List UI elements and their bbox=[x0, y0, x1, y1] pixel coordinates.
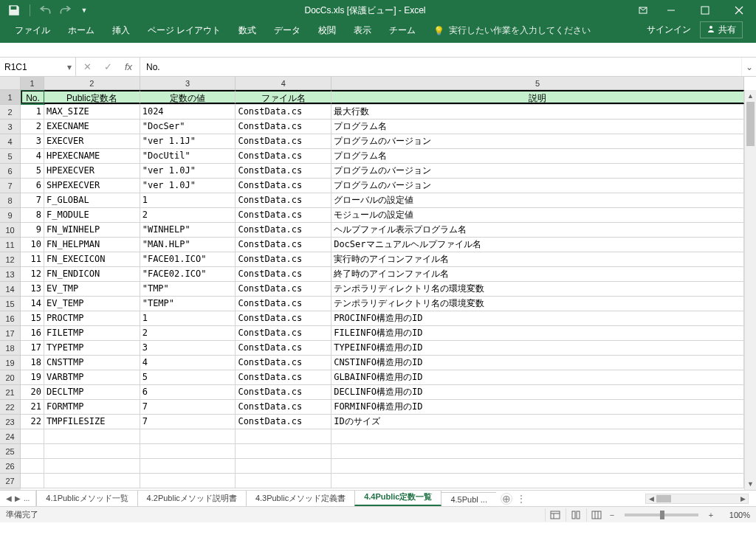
table-cell[interactable]: ConstData.cs bbox=[236, 134, 331, 148]
table-cell[interactable]: テンポラリディレクトリ名の環境変数 bbox=[331, 282, 744, 296]
table-header-cell[interactable]: 説明 bbox=[331, 90, 744, 104]
tab-insert[interactable]: 挿入 bbox=[103, 20, 139, 43]
table-cell[interactable]: "ver 1.1J" bbox=[140, 134, 236, 148]
table-cell[interactable]: 4 bbox=[21, 149, 44, 163]
table-cell[interactable]: ConstData.cs bbox=[236, 385, 331, 399]
save-icon[interactable] bbox=[7, 4, 21, 17]
cells-area[interactable]: No.Public定数名定数の値ファイル名説明1MAX_SIZE1024Cons… bbox=[21, 90, 744, 490]
table-cell[interactable]: 10 bbox=[21, 238, 44, 252]
row-header[interactable]: 11 bbox=[0, 238, 21, 252]
table-cell[interactable]: 実行時のアイコンファイル名 bbox=[331, 252, 744, 266]
row-header[interactable]: 14 bbox=[0, 282, 21, 297]
scrollbar-thumb[interactable] bbox=[656, 495, 671, 502]
minimize-button[interactable] bbox=[654, 0, 688, 21]
table-cell[interactable]: ヘルプファイル表示プログラム名 bbox=[331, 223, 744, 237]
empty-cell[interactable] bbox=[44, 459, 140, 473]
table-cell[interactable]: IDのサイズ bbox=[331, 415, 744, 429]
table-cell[interactable]: 4 bbox=[140, 356, 236, 370]
empty-cell[interactable] bbox=[21, 429, 44, 443]
empty-cell[interactable] bbox=[140, 429, 236, 443]
table-cell[interactable]: DECLTMP bbox=[44, 385, 140, 399]
row-header[interactable]: 15 bbox=[0, 297, 21, 311]
zoom-in-button[interactable]: + bbox=[706, 511, 716, 519]
table-cell[interactable]: プログラム名 bbox=[331, 120, 744, 134]
table-cell[interactable]: 7 bbox=[140, 415, 236, 429]
row-header[interactable]: 20 bbox=[0, 370, 21, 385]
table-cell[interactable]: 8 bbox=[21, 208, 44, 222]
sheet-tab[interactable]: 4.4Public定数一覧 bbox=[354, 491, 441, 506]
row-header[interactable]: 21 bbox=[0, 385, 21, 400]
table-cell[interactable]: "FACE01.ICO" bbox=[140, 252, 236, 266]
table-cell[interactable]: "DocSer" bbox=[140, 120, 236, 134]
table-cell[interactable]: 22 bbox=[21, 415, 44, 429]
table-cell[interactable]: FILEINFO構造用のID bbox=[331, 326, 744, 340]
table-cell[interactable]: プログラムのバージョン bbox=[331, 164, 744, 178]
sheet-tab[interactable]: 4.2Publicメソッド説明書 bbox=[137, 491, 247, 506]
row-header[interactable]: 23 bbox=[0, 415, 21, 429]
page-break-view-icon[interactable] bbox=[586, 508, 605, 522]
table-cell[interactable]: 17 bbox=[21, 341, 44, 355]
zoom-slider-thumb[interactable] bbox=[660, 511, 664, 519]
cancel-formula-icon[interactable]: ✕ bbox=[80, 61, 94, 72]
table-cell[interactable]: HPEXECNAME bbox=[44, 149, 140, 163]
expand-formula-bar-icon[interactable]: ⌄ bbox=[741, 58, 756, 76]
table-cell[interactable]: FN_WINHELP bbox=[44, 223, 140, 237]
table-cell[interactable]: ConstData.cs bbox=[236, 356, 331, 370]
empty-cell[interactable] bbox=[44, 474, 140, 488]
table-cell[interactable]: SHPEXECVER bbox=[44, 179, 140, 193]
ribbon-display-options-icon[interactable] bbox=[632, 5, 654, 15]
table-cell[interactable]: 5 bbox=[140, 370, 236, 384]
empty-cell[interactable] bbox=[236, 444, 331, 458]
sheet-tab[interactable]: 4.3Publicメソッド定義書 bbox=[246, 491, 355, 506]
empty-cell[interactable] bbox=[236, 429, 331, 443]
col-header[interactable]: 2 bbox=[44, 77, 140, 89]
name-box[interactable] bbox=[0, 62, 63, 72]
table-cell[interactable]: 2 bbox=[140, 208, 236, 222]
row-header[interactable]: 3 bbox=[0, 120, 21, 134]
table-cell[interactable]: 9 bbox=[21, 223, 44, 237]
table-cell[interactable]: ConstData.cs bbox=[236, 370, 331, 384]
table-cell[interactable]: PROCINFO構造用のID bbox=[331, 311, 744, 325]
table-cell[interactable]: MAX_SIZE bbox=[44, 105, 140, 119]
table-cell[interactable]: "ver 1.0J" bbox=[140, 164, 236, 178]
table-cell[interactable]: "ver 1.0J" bbox=[140, 179, 236, 193]
tab-review[interactable]: 校閲 bbox=[309, 20, 345, 43]
table-cell[interactable]: プログラムのバージョン bbox=[331, 179, 744, 193]
table-cell[interactable]: ConstData.cs bbox=[236, 400, 331, 414]
table-cell[interactable]: モジュールの設定値 bbox=[331, 208, 744, 222]
sheet-tab[interactable]: 4.5Publ ... bbox=[441, 492, 496, 506]
table-cell[interactable]: HPEXECVER bbox=[44, 164, 140, 178]
empty-cell[interactable] bbox=[44, 429, 140, 443]
normal-view-icon[interactable] bbox=[545, 508, 564, 522]
tell-me-search[interactable]: 💡 実行したい作業を入力してください bbox=[425, 20, 599, 43]
table-cell[interactable]: "TMP" bbox=[140, 282, 236, 296]
table-cell[interactable]: ConstData.cs bbox=[236, 282, 331, 296]
row-header[interactable]: 26 bbox=[0, 459, 21, 474]
empty-cell[interactable] bbox=[140, 474, 236, 488]
table-cell[interactable]: 2 bbox=[140, 326, 236, 340]
row-header[interactable]: 5 bbox=[0, 149, 21, 164]
empty-cell[interactable] bbox=[44, 444, 140, 458]
empty-cell[interactable] bbox=[331, 444, 744, 458]
empty-cell[interactable] bbox=[21, 444, 44, 458]
table-cell[interactable]: FORMINFO構造用のID bbox=[331, 400, 744, 414]
table-cell[interactable]: "MAN.HLP" bbox=[140, 238, 236, 252]
table-cell[interactable]: ConstData.cs bbox=[236, 267, 331, 281]
table-cell[interactable]: "DocUtil" bbox=[140, 149, 236, 163]
table-cell[interactable]: ConstData.cs bbox=[236, 252, 331, 266]
table-cell[interactable]: ConstData.cs bbox=[236, 193, 331, 207]
table-cell[interactable]: DocSerマニュアルヘルプファイル名 bbox=[331, 238, 744, 252]
empty-cell[interactable] bbox=[331, 459, 744, 473]
table-cell[interactable]: TMPFILESIZE bbox=[44, 415, 140, 429]
table-cell[interactable]: FORMTMP bbox=[44, 400, 140, 414]
tab-file[interactable]: ファイル bbox=[6, 20, 59, 43]
scroll-right-icon[interactable]: ▶ bbox=[738, 494, 748, 503]
sheet-overflow[interactable]: ... bbox=[24, 494, 30, 502]
select-all-corner[interactable] bbox=[0, 77, 21, 90]
empty-cell[interactable] bbox=[331, 429, 744, 443]
table-cell[interactable]: EXECNAME bbox=[44, 120, 140, 134]
table-cell[interactable]: 6 bbox=[140, 385, 236, 399]
signin-link[interactable]: サインイン bbox=[647, 24, 691, 36]
share-button[interactable]: 共有 bbox=[700, 21, 743, 38]
sheet-next-icon[interactable]: ▶ bbox=[15, 494, 21, 502]
